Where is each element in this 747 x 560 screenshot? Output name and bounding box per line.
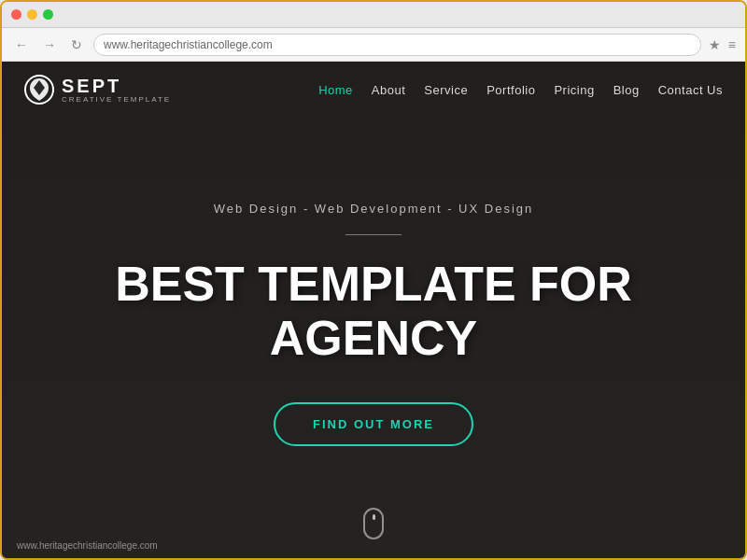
nav-item-blog[interactable]: Blog <box>613 81 640 98</box>
address-bar[interactable]: www.heritagechristiancollege.com <box>93 34 701 56</box>
back-button[interactable]: ← <box>11 35 32 54</box>
minimize-button[interactable] <box>27 9 37 20</box>
nav-item-portfolio[interactable]: Portfolio <box>486 81 535 98</box>
address-text: www.heritagechristiancollege.com <box>104 38 273 51</box>
scroll-indicator <box>363 508 384 539</box>
hero-section: SEPT CREATIVE TEMPLATE Home About Servic… <box>2 62 745 558</box>
nav-link-pricing[interactable]: Pricing <box>554 83 594 97</box>
nav-link-home[interactable]: Home <box>318 83 353 97</box>
nav-item-service[interactable]: Service <box>424 81 468 98</box>
nav-links: Home About Service Portfolio Pricing <box>318 81 723 98</box>
logo-sub-text: CREATIVE TEMPLATE <box>62 95 171 104</box>
scroll-dot <box>373 514 375 520</box>
nav-item-pricing[interactable]: Pricing <box>554 81 594 98</box>
nav-link-blog[interactable]: Blog <box>613 83 640 97</box>
browser-toolbar: ← → ↻ www.heritagechristiancollege.com ★… <box>2 28 745 62</box>
hero-subtitle: Web Design - Web Development - UX Design <box>214 202 534 216</box>
logo-main-text: SEPT <box>62 77 171 95</box>
hero-content: Web Design - Web Development - UX Design… <box>2 62 745 558</box>
menu-icon[interactable]: ≡ <box>728 37 736 52</box>
toolbar-right: ★ ≡ <box>709 37 736 52</box>
website-content: SEPT CREATIVE TEMPLATE Home About Servic… <box>2 62 745 558</box>
refresh-button[interactable]: ↻ <box>67 35 86 54</box>
maximize-button[interactable] <box>43 9 53 20</box>
nav-item-home[interactable]: Home <box>318 81 353 98</box>
bookmark-icon[interactable]: ★ <box>709 37 721 52</box>
hero-title-line1: BEST TEMPLATE FOR <box>115 257 632 311</box>
hero-title-line2: AGENCY <box>270 311 477 365</box>
site-url: www.heritagechristiancollege.com <box>17 540 158 551</box>
browser-titlebar <box>2 2 745 28</box>
nav-item-about[interactable]: About <box>372 81 405 98</box>
forward-button[interactable]: → <box>39 35 60 54</box>
nav-link-portfolio[interactable]: Portfolio <box>486 83 535 97</box>
browser-frame: ← → ↻ www.heritagechristiancollege.com ★… <box>0 0 747 560</box>
close-button[interactable] <box>11 9 21 20</box>
logo-area: SEPT CREATIVE TEMPLATE <box>24 75 171 105</box>
scroll-icon <box>363 508 384 539</box>
hero-title: BEST TEMPLATE FOR AGENCY <box>115 258 632 364</box>
nav-link-contact[interactable]: Contact Us <box>658 83 723 97</box>
logo-text: SEPT CREATIVE TEMPLATE <box>62 77 171 104</box>
logo-icon <box>24 75 54 105</box>
hero-divider <box>345 234 402 235</box>
nav-item-contact[interactable]: Contact Us <box>658 81 723 98</box>
cta-button[interactable]: FIND OUT MORE <box>274 402 473 446</box>
navbar: SEPT CREATIVE TEMPLATE Home About Servic… <box>2 62 745 118</box>
nav-link-about[interactable]: About <box>372 83 405 97</box>
nav-link-service[interactable]: Service <box>424 83 468 97</box>
